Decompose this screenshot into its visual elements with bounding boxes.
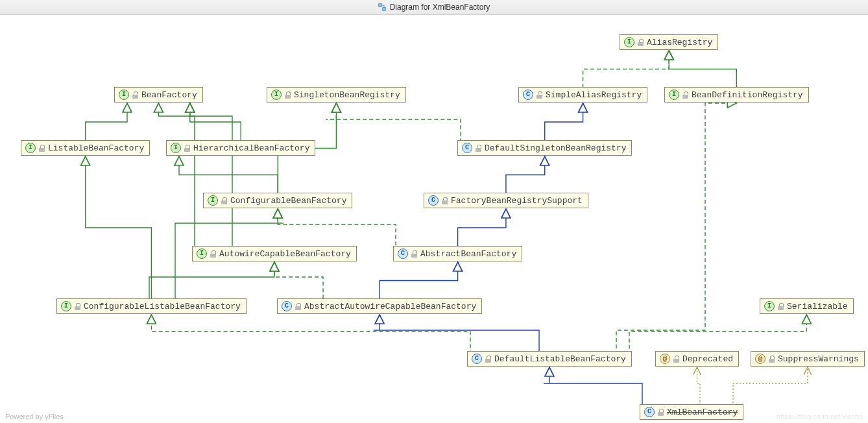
- annotation-icon: @: [660, 354, 670, 364]
- interface-icon: I: [271, 90, 282, 100]
- node-ListableBeanFactory[interactable]: IListableBeanFactory: [21, 140, 150, 156]
- edge-AbstractAutowireCapableBeanFactory-AbstractBeanFactory: [380, 262, 457, 299]
- node-DefaultListableBeanFactory[interactable]: CDefaultListableBeanFactory: [467, 351, 632, 367]
- annotation-icon: @: [755, 354, 766, 364]
- lock-icon: [658, 409, 664, 416]
- edge-DefaultListableBeanFactory-AbstractAutowireCapableBeanFactory: [374, 315, 549, 353]
- node-label: XmlBeanFactory: [667, 407, 738, 417]
- node-SuppressWarnings[interactable]: @SuppressWarnings: [751, 351, 865, 367]
- interface-icon: I: [208, 195, 218, 206]
- diagram-icon: [378, 3, 386, 11]
- node-label: DefaultListableBeanFactory: [494, 354, 626, 364]
- node-HierarchicalBeanFactory[interactable]: IHierarchicalBeanFactory: [166, 140, 315, 156]
- edge-BeanDefinitionRegistry-AliasRegistry: [669, 51, 736, 88]
- node-label: Serializable: [787, 302, 848, 311]
- lock-icon: [295, 303, 301, 310]
- edge-FactoryBeanRegistrySupport-DefaultSingletonBeanRegistry: [506, 156, 545, 193]
- node-AbstractBeanFactory[interactable]: CAbstractBeanFactory: [393, 246, 522, 261]
- lock-icon: [769, 356, 775, 363]
- window-title: Diagram for XmlBeanFactory: [390, 3, 490, 12]
- node-label: SingletonBeanRegistry: [294, 90, 400, 100]
- class-icon: C: [472, 354, 482, 364]
- lock-icon: [682, 91, 688, 99]
- edge-SimpleAliasRegistry-AliasRegistry: [583, 51, 669, 88]
- node-AliasRegistry[interactable]: IAliasRegistry: [620, 34, 718, 50]
- edge-ListableBeanFactory-BeanFactory: [86, 103, 127, 141]
- node-BeanDefinitionRegistry[interactable]: IBeanDefinitionRegistry: [664, 87, 809, 103]
- footer-credit: Powered by yFiles: [5, 413, 64, 420]
- node-label: AliasRegistry: [647, 38, 712, 47]
- node-label: BeanFactory: [141, 90, 197, 100]
- class-icon: C: [644, 407, 655, 417]
- lock-icon: [285, 91, 291, 99]
- interface-icon: I: [171, 143, 181, 153]
- node-DefaultSingletonBeanRegistry[interactable]: CDefaultSingletonBeanRegistry: [457, 140, 632, 156]
- lock-icon: [39, 145, 45, 152]
- lock-icon: [221, 197, 227, 204]
- node-label: DefaultSingletonBeanRegistry: [485, 143, 626, 153]
- node-label: AbstractAutowireCapableBeanFactory: [304, 302, 476, 311]
- lock-icon: [75, 303, 80, 310]
- node-SimpleAliasRegistry[interactable]: CSimpleAliasRegistry: [518, 87, 647, 103]
- lock-icon: [778, 303, 784, 310]
- node-label: AbstractBeanFactory: [420, 249, 516, 259]
- diagram-canvas[interactable]: IAliasRegistryIBeanFactoryISingletonBean…: [0, 15, 868, 423]
- class-icon: C: [428, 195, 439, 206]
- node-label: AutowireCapableBeanFactory: [219, 249, 351, 259]
- edge-AutowireCapableBeanFactory-BeanFactory: [158, 103, 274, 248]
- lock-icon: [442, 197, 448, 204]
- edge-DefaultSingletonBeanRegistry-SimpleAliasRegistry: [545, 103, 583, 141]
- class-icon: C: [282, 301, 292, 311]
- node-label: BeanDefinitionRegistry: [692, 90, 803, 100]
- interface-icon: I: [669, 90, 679, 100]
- interface-icon: I: [197, 248, 207, 259]
- window-title-bar: Diagram for XmlBeanFactory: [0, 0, 868, 15]
- node-label: ListableBeanFactory: [48, 143, 144, 153]
- lock-icon: [536, 91, 542, 99]
- svg-rect-1: [382, 8, 385, 11]
- interface-icon: I: [25, 143, 36, 153]
- node-label: Deprecated: [682, 354, 733, 364]
- node-label: SimpleAliasRegistry: [546, 90, 642, 100]
- node-ConfigurableBeanFactory[interactable]: IConfigurableBeanFactory: [203, 193, 352, 208]
- class-icon: C: [462, 143, 472, 153]
- interface-icon: I: [119, 90, 129, 100]
- node-XmlBeanFactory[interactable]: CXmlBeanFactory: [640, 404, 743, 420]
- edge-AbstractBeanFactory-FactoryBeanRegistrySupport: [458, 209, 506, 247]
- watermark: https://blog.csdn.net/xlecho: [777, 413, 863, 420]
- node-FactoryBeanRegistrySupport[interactable]: CFactoryBeanRegistrySupport: [424, 193, 588, 208]
- node-AbstractAutowireCapableBeanFactory[interactable]: CAbstractAutowireCapableBeanFactory: [277, 298, 482, 314]
- node-Serializable[interactable]: ISerializable: [760, 298, 854, 314]
- edge-AbstractAutowireCapableBeanFactory-AutowireCapableBeanFactory: [274, 262, 380, 300]
- lock-icon: [184, 145, 190, 152]
- node-label: HierarchicalBeanFactory: [193, 143, 309, 153]
- class-icon: C: [398, 248, 408, 259]
- lock-icon: [485, 356, 491, 363]
- node-label: ConfigurableListableBeanFactory: [84, 302, 241, 311]
- node-BeanFactory[interactable]: IBeanFactory: [114, 87, 203, 103]
- lock-icon: [673, 356, 679, 363]
- lock-icon: [210, 250, 216, 258]
- lock-icon: [638, 39, 644, 46]
- node-SingletonBeanRegistry[interactable]: ISingletonBeanRegistry: [267, 87, 406, 103]
- edge-XmlBeanFactory-Deprecated: [692, 367, 700, 406]
- interface-icon: I: [624, 37, 634, 47]
- lock-icon: [476, 145, 481, 152]
- class-icon: C: [523, 90, 533, 100]
- svg-rect-0: [378, 4, 381, 7]
- edge-ConfigurableListableBeanFactory-AutowireCapableBeanFactory: [149, 262, 274, 300]
- node-AutowireCapableBeanFactory[interactable]: IAutowireCapableBeanFactory: [192, 246, 357, 261]
- node-label: SuppressWarnings: [778, 354, 859, 364]
- node-label: FactoryBeanRegistrySupport: [451, 196, 583, 206]
- edge-ConfigurableListableBeanFactory-ListableBeanFactory: [86, 156, 152, 299]
- edge-AutowireCapableBeanFactory-BeanFactory: [190, 103, 274, 254]
- interface-icon: I: [61, 301, 71, 311]
- node-Deprecated[interactable]: @Deprecated: [655, 351, 739, 367]
- edge-HierarchicalBeanFactory-BeanFactory: [190, 103, 241, 141]
- interface-icon: I: [764, 301, 775, 311]
- lock-icon: [132, 91, 138, 99]
- node-ConfigurableListableBeanFactory[interactable]: IConfigurableListableBeanFactory: [56, 298, 247, 314]
- edge-ConfigurableBeanFactory-HierarchicalBeanFactory: [179, 156, 278, 193]
- lock-icon: [411, 250, 417, 258]
- node-label: ConfigurableBeanFactory: [230, 196, 346, 206]
